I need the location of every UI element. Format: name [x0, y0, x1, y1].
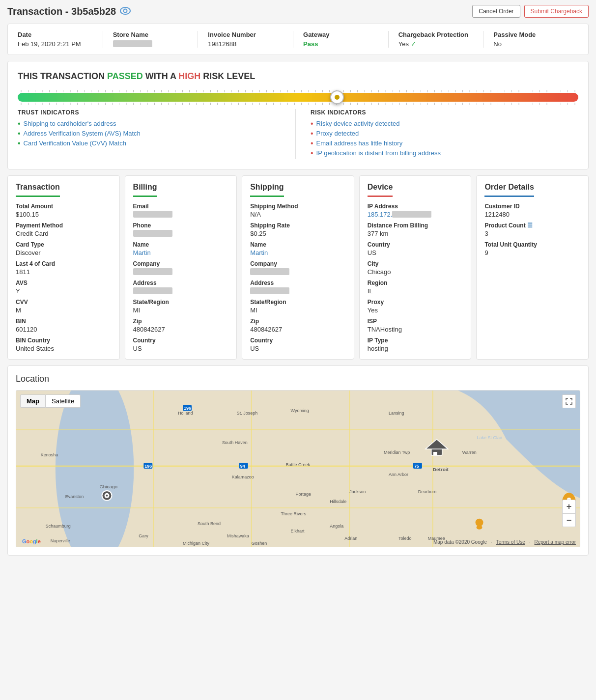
map-type-controls: Map Satellite	[20, 394, 81, 408]
trust-indicators-title: TRUST INDICATORS	[18, 109, 285, 116]
submit-chargeback-button[interactable]: Submit Chargeback	[524, 5, 589, 18]
passive-mode-value: No	[493, 40, 568, 48]
trust-dot-2: •	[18, 130, 21, 138]
shipping-fields-value-6: 480842627	[250, 326, 346, 333]
billing-fields-value-3	[133, 268, 229, 276]
transaction-fields-value-6: 601120	[16, 326, 112, 333]
billing-card-title: Billing	[133, 183, 157, 197]
billing-fields: Email Phone NameMartinCompany Address St…	[133, 203, 229, 352]
svg-text:Detroit: Detroit	[433, 467, 449, 472]
transaction-card-title: Transaction	[16, 183, 60, 197]
transaction-fields-label-4: AVS	[16, 280, 112, 286]
zoom-in-button[interactable]: +	[562, 500, 576, 513]
device-fields: IP Address185.172. Distance From Billing…	[368, 203, 463, 352]
device-fields-label-0: IP Address	[368, 203, 463, 210]
svg-text:Chicago: Chicago	[100, 484, 118, 489]
transaction-fields: Total Amount$100.15Payment MethodCredit …	[16, 203, 112, 352]
device-fields-label-1: Distance From Billing	[368, 222, 463, 229]
svg-rect-48	[433, 452, 437, 455]
risk-suffix: RISK LEVEL	[200, 71, 255, 81]
trust-item-3: • Card Verification Value (CVV) Match	[18, 140, 285, 147]
shipping-fields-label-6: Zip	[250, 318, 346, 325]
device-fields-value-4: IL	[368, 287, 463, 295]
chargeback-protection-value: Yes ✓	[398, 40, 474, 48]
device-fields-label-4: Region	[368, 280, 463, 286]
shipping-card-title: Shipping	[250, 183, 284, 197]
risk-section: THIS TRANSACTION PASSED WITH A HIGH RISK…	[7, 61, 589, 169]
transaction-fields-label-2: Card Type	[16, 241, 112, 248]
shipping-fields-blurred-3	[250, 268, 289, 275]
svg-text:196: 196	[144, 464, 152, 469]
risk-prefix: THIS TRANSACTION	[18, 71, 107, 81]
map-button[interactable]: Map	[20, 394, 45, 408]
date-label: Date	[18, 31, 93, 38]
passive-mode-field: Passive Mode No	[483, 31, 578, 48]
svg-text:Schaumburg: Schaumburg	[46, 524, 71, 529]
svg-text:Kenosha: Kenosha	[41, 452, 58, 457]
order-fields-value-1: 3	[484, 230, 580, 237]
svg-text:Google: Google	[22, 538, 41, 544]
slider-thumb-inner	[335, 95, 340, 100]
terms-of-use-link[interactable]: Terms of Use	[496, 539, 525, 545]
store-name-value	[113, 40, 188, 48]
shipping-fields-value-2[interactable]: Martin	[250, 249, 346, 256]
svg-text:Wyoming: Wyoming	[291, 408, 309, 413]
svg-text:Battle Creek: Battle Creek	[286, 462, 311, 467]
transaction-fields-value-1: Credit Card	[16, 230, 112, 237]
cancel-order-button[interactable]: Cancel Order	[472, 5, 520, 18]
trust-dot-1: •	[18, 120, 21, 128]
transaction-title: Transaction - 3b5a5b28	[7, 6, 116, 17]
shipping-fields-label-7: Country	[250, 337, 346, 344]
svg-text:196: 196	[184, 406, 191, 411]
zoom-out-button[interactable]: −	[562, 513, 576, 527]
shipping-fields-label-3: Company	[250, 260, 346, 267]
transaction-fields-label-5: CVV	[16, 299, 112, 306]
svg-point-45	[106, 495, 108, 497]
date-value: Feb 19, 2020 2:21 PM	[18, 40, 93, 48]
fullscreen-button[interactable]	[562, 394, 576, 408]
svg-point-49	[476, 519, 483, 527]
billing-fields-label-0: Email	[133, 203, 229, 210]
device-fields-label-6: ISP	[368, 318, 463, 325]
report-map-error-link[interactable]: Report a map error	[535, 539, 576, 545]
svg-text:Holland: Holland	[178, 411, 193, 416]
store-name-blurred	[113, 40, 152, 47]
trust-item-1: • Shipping to cardholder's address	[18, 120, 285, 128]
svg-text:Jackson: Jackson	[349, 489, 366, 494]
order-fields-label-0: Customer ID	[484, 203, 580, 210]
billing-fields-value-5: MI	[133, 307, 229, 314]
svg-text:Warren: Warren	[462, 450, 477, 455]
billing-fields-value-2[interactable]: Martin	[133, 249, 229, 256]
svg-text:Gary: Gary	[139, 533, 148, 538]
billing-fields-blurred-4	[133, 287, 172, 294]
svg-point-0	[120, 7, 130, 14]
risk-dot-4: •	[311, 149, 313, 157]
billing-fields-value-0	[133, 211, 229, 218]
satellite-button[interactable]: Satellite	[45, 394, 81, 408]
shipping-fields-value-4	[250, 287, 346, 295]
order-details-card: Order Details Customer ID1212480Product …	[476, 175, 589, 360]
billing-fields-label-7: Country	[133, 337, 229, 344]
svg-text:Mishawaka: Mishawaka	[227, 533, 249, 538]
billing-fields-label-6: Zip	[133, 318, 229, 325]
risk-indicators-title: RISK INDICATORS	[311, 109, 578, 116]
transaction-fields-value-7: United States	[16, 345, 112, 352]
device-card: Device IP Address185.172. Distance From …	[359, 175, 472, 360]
visibility-icon[interactable]	[120, 6, 131, 17]
transaction-fields-label-3: Last 4 of Card	[16, 260, 112, 267]
risk-slider: (function(){ const c = document.currentS…	[18, 89, 578, 105]
shipping-card: Shipping Shipping MethodN/AShipping Rate…	[242, 175, 354, 360]
device-fields-label-2: Country	[368, 241, 463, 248]
shipping-fields-label-4: Address	[250, 280, 346, 286]
product-count-icon[interactable]: ☰	[526, 222, 533, 229]
risk-middle: WITH A	[143, 71, 179, 81]
svg-text:94: 94	[240, 464, 245, 469]
trust-dot-3: •	[18, 140, 21, 147]
map-data-text: Map data ©2020 Google	[433, 539, 487, 545]
svg-text:South Haven: South Haven	[222, 440, 248, 445]
svg-text:Evanston: Evanston	[65, 494, 84, 499]
gateway-value: Pass	[303, 40, 378, 48]
device-fields-value-7: hosting	[368, 345, 463, 352]
gateway-field: Gateway Pass	[293, 31, 389, 48]
risk-item-3: • Email address has little history	[311, 140, 578, 147]
